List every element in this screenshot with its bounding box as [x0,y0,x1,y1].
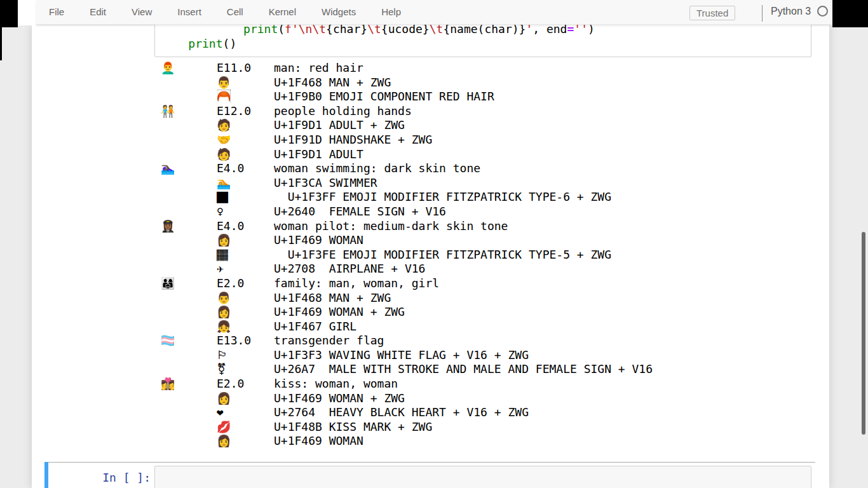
screen-corner-left [0,0,18,27]
emoji-sequence-glyph [161,320,217,334]
output-line: 👩🏾‍✈️E4.0woman pilot: medium-dark skin t… [161,219,653,234]
code-cell-input[interactable]: print(f'\n\t{char}\t{ucode}\t{name(char)… [154,19,811,57]
codepoint-description: U+2764 HEAVY BLACK HEART + V16 + ZWG [274,405,653,420]
component-emoji-glyph: 👩 [217,233,274,248]
codepoint-description: U+1F469 WOMAN [274,233,653,248]
emoji-sequence-glyph [161,420,217,435]
emoji-sequence-glyph [161,248,217,262]
output-line: 🧑U+1F9D1 ADULT [161,147,653,162]
menu-item-file[interactable]: File [36,0,77,24]
menu-item-view[interactable]: View [119,0,165,24]
component-emoji-glyph: 👩 [217,391,274,406]
input-prompt: In [ ]: [48,471,151,485]
codepoint-description: U+1F3F3 WAVING WHITE FLAG + V16 + ZWG [274,348,653,363]
component-emoji-glyph: 🧑 [217,118,274,133]
codepoint-description: family: man, woman, girl [274,276,653,291]
codepoint-description: woman pilot: medium-dark skin tone [274,219,653,234]
emoji-sequence-glyph [161,90,217,104]
emoji-version-label: E12.0 [217,104,274,119]
emoji-version-label: E2.0 [217,276,274,291]
codepoint-description: woman swimming: dark skin tone [274,161,653,176]
codepoint-description: U+1F3FF EMOJI MODIFIER FITZPATRICK TYPE-… [274,190,653,205]
emoji-sequence-glyph [161,291,217,306]
kernel-idle-circle-icon [817,6,828,17]
output-line: 🏿 U+1F3FF EMOJI MODIFIER FITZPATRICK TYP… [161,190,653,205]
output-line: 👧U+1F467 GIRL [161,320,653,334]
emoji-sequence-glyph [161,147,217,162]
output-line: ❤U+2764 HEAVY BLACK HEART + V16 + ZWG [161,405,653,420]
output-line: 🏊U+1F3CA SWIMMER [161,176,653,191]
menubar-underlay [18,0,36,25]
component-emoji-glyph: ♀ [217,205,274,219]
codepoint-description: U+26A7 MALE WITH STROKE AND MALE AND FEM… [274,362,653,377]
trusted-button[interactable]: Trusted [689,6,735,20]
emoji-version-label: E11.0 [217,61,274,76]
component-emoji-glyph: 🏳 [217,348,274,363]
scrollbar-thumb[interactable] [862,232,865,435]
component-emoji-glyph: 🧑 [217,147,274,162]
empty-cell-input[interactable] [154,466,811,488]
kernel-separator [762,5,763,22]
output-line: 🏳️‍⚧️E13.0transgender flag [161,334,653,348]
emoji-sequence-glyph [161,176,217,191]
code-editor[interactable]: print(f'\n\t{char}\t{ucode}\t{name(char)… [161,22,595,51]
code-line: print() [161,37,595,51]
component-emoji-glyph: 🏿 [217,190,274,205]
emoji-sequence-glyph: 🏳️‍⚧️ [161,334,217,348]
codepoint-description: U+1F467 GIRL [274,320,653,334]
emoji-sequence-glyph [161,190,217,205]
component-emoji-glyph: 🏾 [217,248,274,262]
component-emoji-glyph: 🤝 [217,133,274,147]
codepoint-description: U+1F469 WOMAN + ZWG [274,305,653,320]
emoji-sequence-glyph: 👨‍🦰 [161,61,217,76]
component-emoji-glyph: 💋 [217,420,274,435]
emoji-sequence-glyph [161,362,217,377]
output-line: 👨‍🦰E11.0man: red hair [161,61,653,76]
menu-item-help[interactable]: Help [369,0,414,24]
output-line: 👨U+1F468 MAN + ZWG [161,291,653,306]
codepoint-description: U+2640 FEMALE SIGN + V16 [274,205,653,219]
codepoint-description: U+1F48B KISS MARK + ZWG [274,420,653,435]
menu-item-widgets[interactable]: Widgets [309,0,369,24]
emoji-sequence-glyph [161,118,217,133]
codepoint-description: U+1F3CA SWIMMER [274,176,653,191]
menu-items: FileEditViewInsertCellKernelWidgetsHelp [36,0,414,24]
codepoint-description: man: red hair [274,61,653,76]
codepoint-description: U+1F3FE EMOJI MODIFIER FITZPATRICK TYPE-… [274,248,653,262]
component-emoji-glyph: 👩 [217,434,274,449]
codepoint-description: transgender flag [274,334,653,348]
codepoint-description: U+1F9D1 ADULT + ZWG [274,118,653,133]
component-emoji-glyph: ✈ [217,262,274,276]
emoji-sequence-glyph [161,434,217,449]
emoji-sequence-glyph: 👨‍👩‍👧 [161,276,217,291]
menu-item-insert[interactable]: Insert [165,0,214,24]
output-line: ⚧U+26A7 MALE WITH STROKE AND MALE AND FE… [161,362,653,377]
emoji-version-label: E13.0 [217,334,274,348]
codepoint-description: kiss: woman, woman [274,377,653,391]
codepoint-description: U+2708 AIRPLANE + V16 [274,262,653,276]
menu-bar: FileEditViewInsertCellKernelWidgetsHelp … [36,0,832,25]
emoji-sequence-glyph [161,305,217,320]
codepoint-description: U+1F9D1 ADULT [274,147,653,162]
emoji-sequence-glyph: 👩‍❤️‍💋‍👩 [161,377,217,391]
output-line: 🏾 U+1F3FE EMOJI MODIFIER FITZPATRICK TYP… [161,248,653,262]
emoji-sequence-glyph [161,348,217,363]
codepoint-description: U+1F468 MAN + ZWG [274,76,653,90]
output-line: 👩U+1F469 WOMAN [161,434,653,449]
jupyter-notebook-screen: print(f'\n\t{char}\t{ucode}\t{name(char)… [0,0,868,488]
emoji-sequence-glyph: 🧑‍🤝‍🧑 [161,104,217,119]
component-emoji-glyph: 👨 [217,76,274,90]
emoji-sequence-glyph: 🏊🏿‍♀️ [161,161,217,176]
emoji-sequence-glyph [161,262,217,276]
output-line: 🧑‍🤝‍🧑E12.0people holding hands [161,104,653,119]
component-emoji-glyph: ⚧ [217,362,274,377]
emoji-version-label: E4.0 [217,161,274,176]
emoji-sequence-glyph [161,205,217,219]
output-line: 👩U+1F469 WOMAN [161,233,653,248]
output-line: 🏊🏿‍♀️E4.0woman swimming: dark skin tone [161,161,653,176]
menu-item-kernel[interactable]: Kernel [256,0,309,24]
codepoint-description: U+1F9B0 EMOJI COMPONENT RED HAIR [274,90,653,104]
output-line: 💋U+1F48B KISS MARK + ZWG [161,420,653,435]
menu-item-edit[interactable]: Edit [77,0,119,24]
menu-item-cell[interactable]: Cell [214,0,256,24]
